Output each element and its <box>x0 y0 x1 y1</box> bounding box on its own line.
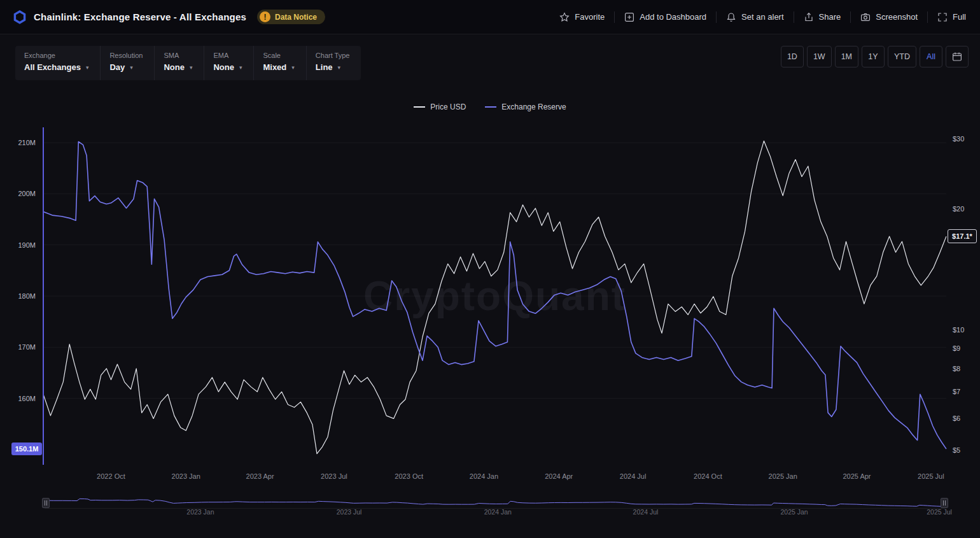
chart-legend: Price USD Exchange Reserve <box>0 103 980 111</box>
page-title: Chainlink: Exchange Reserve - All Exchan… <box>34 11 246 22</box>
x-axis-tick-label: 2025 Jan <box>769 472 797 480</box>
sma-dropdown[interactable]: SMA None▾ <box>155 46 204 80</box>
chevron-down-icon: ▾ <box>190 64 193 71</box>
x-axis-tick-label: 2024 Oct <box>694 472 722 480</box>
reserve-axis-line <box>43 127 44 465</box>
calendar-icon <box>952 52 962 62</box>
chart-navigator[interactable]: 2023 Jan2023 Jul2024 Jan2024 Jul2025 Jan… <box>45 498 946 517</box>
header-left: Chainlink: Exchange Reserve - All Exchan… <box>13 10 325 24</box>
left-axis-tick-label: 190M <box>0 241 36 249</box>
fullscreen-button[interactable]: Full <box>936 8 967 26</box>
price-line-swatch <box>414 106 425 108</box>
left-axis-tick-label: 160M <box>0 395 36 402</box>
data-notice-badge[interactable]: ! Data Notice <box>257 10 325 24</box>
control-label: Exchange <box>24 52 88 59</box>
legend-item-exchange-reserve[interactable]: Exchange Reserve <box>485 103 566 111</box>
control-label: Resolution <box>109 52 143 59</box>
left-axis-tick-label: 200M <box>0 190 36 197</box>
x-axis-tick-label: 2023 Oct <box>395 472 423 480</box>
range-1w-button[interactable]: 1W <box>807 46 832 67</box>
x-axis-tick-label: 2025 Apr <box>843 472 871 480</box>
dashboard-plus-icon <box>624 12 634 22</box>
navigator-left-handle[interactable] <box>42 498 50 508</box>
screenshot-button[interactable]: Screenshot <box>859 8 919 26</box>
divider <box>850 11 851 23</box>
x-axis-tick-label: 2024 Jan <box>470 472 498 480</box>
x-axis-tick-label: 2024 Jul <box>620 472 647 480</box>
range-ytd-button[interactable]: YTD <box>888 46 916 67</box>
x-axis-tick-label: 2023 Jan <box>172 472 200 480</box>
left-axis-tick-label: 210M <box>0 139 36 146</box>
navigator-tick-label: 2024 Jul <box>633 508 659 516</box>
chart-type-dropdown[interactable]: Chart Type Line▾ <box>307 46 361 80</box>
left-axis-tick-label: 180M <box>0 292 36 300</box>
chart-plot[interactable] <box>43 127 946 465</box>
camera-icon <box>860 12 871 22</box>
navigator-tick-label: 2025 Jul <box>927 508 952 516</box>
navigator-tick-label: 2023 Jan <box>186 508 214 516</box>
x-axis-tick-label: 2024 Apr <box>545 472 573 480</box>
header: Chainlink: Exchange Reserve - All Exchan… <box>0 0 980 34</box>
share-icon <box>804 12 814 22</box>
navigator-tick-label: 2024 Jan <box>484 508 512 516</box>
right-axis-tick-label: $6 <box>953 414 960 422</box>
chevron-down-icon: ▾ <box>239 64 242 71</box>
chevron-down-icon: ▾ <box>86 64 89 71</box>
star-icon <box>559 12 570 22</box>
left-axis-tick-label: 170M <box>0 343 36 351</box>
main-chart[interactable]: CryptoQuant 150.1M $17.1* 210M200M190M18… <box>0 127 980 465</box>
chevron-down-icon: ▾ <box>338 64 341 71</box>
app-root: Chainlink: Exchange Reserve - All Exchan… <box>0 0 980 538</box>
chevron-down-icon: ▾ <box>130 64 133 71</box>
control-label: EMA <box>213 52 242 59</box>
control-label: Chart Type <box>316 52 350 59</box>
reserve-series-line <box>43 142 946 450</box>
price-series-line <box>43 141 946 453</box>
share-button[interactable]: Share <box>802 8 843 26</box>
range-all-button[interactable]: All <box>920 46 942 67</box>
navigator-sparkline <box>45 498 946 509</box>
x-axis-tick-label: 2025 Jul <box>918 472 944 480</box>
x-axis-tick-label: 2023 Apr <box>246 472 274 480</box>
expand-icon <box>937 12 948 22</box>
time-range-selector: 1D 1W 1M 1Y YTD All <box>781 46 969 67</box>
range-1d-button[interactable]: 1D <box>781 46 804 67</box>
navigator-right-handle[interactable] <box>941 498 948 508</box>
right-axis-tick-label: $20 <box>953 205 964 213</box>
chainlink-logo-icon <box>13 10 27 24</box>
ema-dropdown[interactable]: EMA None▾ <box>204 46 254 80</box>
right-axis-tick-label: $10 <box>953 326 964 334</box>
favorite-button[interactable]: Favorite <box>558 8 606 26</box>
control-label: SMA <box>164 52 192 59</box>
control-label: Scale <box>263 52 294 59</box>
scale-dropdown[interactable]: Scale Mixed▾ <box>254 46 306 80</box>
divider <box>927 11 928 23</box>
right-axis-tick-label: $7 <box>953 388 960 395</box>
resolution-dropdown[interactable]: Resolution Day▾ <box>101 46 155 80</box>
warning-icon: ! <box>260 11 270 22</box>
range-calendar-button[interactable] <box>946 46 969 67</box>
set-alert-button[interactable]: Set an alert <box>725 8 785 26</box>
right-axis-tick-label: $30 <box>953 135 964 143</box>
divider <box>614 11 615 23</box>
reserve-line-swatch <box>485 106 496 108</box>
navigator-reserve-line <box>45 499 946 506</box>
price-last-value-badge: $17.1* <box>948 229 977 243</box>
reserve-last-value-badge: 150.1M <box>11 442 42 455</box>
right-axis-tick-label: $8 <box>953 365 960 372</box>
navigator-tick-label: 2025 Jan <box>781 508 808 516</box>
add-to-dashboard-button[interactable]: Add to Dashboard <box>623 8 708 26</box>
chevron-down-icon: ▾ <box>291 64 295 71</box>
right-axis-tick-label: $9 <box>953 344 960 352</box>
divider <box>716 11 717 23</box>
data-notice-label: Data Notice <box>275 13 317 22</box>
right-axis-tick-label: $5 <box>953 446 960 454</box>
exchange-dropdown[interactable]: Exchange All Exchanges▾ <box>15 46 101 80</box>
range-1m-button[interactable]: 1M <box>835 46 858 67</box>
chart-settings-toolbar: Exchange All Exchanges▾ Resolution Day▾ … <box>15 46 361 80</box>
x-axis-tick-label: 2022 Oct <box>97 472 125 480</box>
range-1y-button[interactable]: 1Y <box>862 46 885 67</box>
bell-icon <box>726 12 736 22</box>
navigator-tick-label: 2023 Jul <box>337 508 362 516</box>
legend-item-price-usd[interactable]: Price USD <box>414 103 466 111</box>
